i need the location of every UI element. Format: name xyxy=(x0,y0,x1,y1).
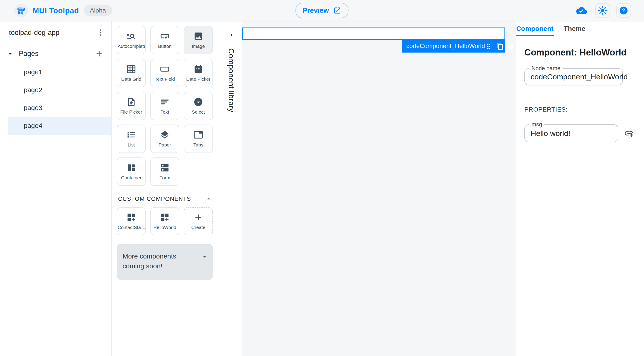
sidebar-item-page3[interactable]: page3 xyxy=(0,99,111,117)
component-library-title: Component library xyxy=(227,48,236,112)
component-card-label: Create xyxy=(191,225,205,230)
component-card-label: Paper xyxy=(158,142,171,148)
header-left: MUI Toolpad Alpha xyxy=(7,4,112,18)
component-card-text[interactable]: Text xyxy=(150,92,179,120)
coming-soon-text: More components coming soon! xyxy=(122,251,200,271)
app-menu-button[interactable] xyxy=(95,27,106,38)
pages-expander-button[interactable] xyxy=(5,49,15,58)
component-card-button[interactable]: Button xyxy=(150,26,179,54)
tab-component[interactable]: Component xyxy=(516,22,554,36)
msg-field[interactable]: msg Hello world! xyxy=(524,124,618,142)
bind-property-button[interactable] xyxy=(623,128,635,139)
component-card-data-grid[interactable]: Data Grid xyxy=(117,59,146,87)
msg-property-row: msg Hello world! xyxy=(524,124,636,142)
inspector-panel: Component Theme Component: HelloWorld No… xyxy=(516,22,644,356)
app-header: MUI Toolpad Alpha Preview xyxy=(0,0,644,22)
coming-soon-box[interactable]: More components coming soon! xyxy=(117,244,213,280)
component-card-label: File Picker xyxy=(120,109,142,115)
explorer-sidebar: toolpad-dog-app Pages page1page2page3pag… xyxy=(0,22,112,356)
help-icon xyxy=(619,6,628,15)
custom-component-grid: ContactSta…HelloWorldCreate xyxy=(117,207,213,235)
main-area: toolpad-dog-app Pages page1page2page3pag… xyxy=(0,22,644,356)
custom-component-icon xyxy=(160,212,170,222)
inspector-content: Component: HelloWorld Node name codeComp… xyxy=(516,48,644,142)
chevron-down-icon xyxy=(6,50,14,58)
selected-component-toolbar: codeComponent_HelloWorld xyxy=(402,40,505,52)
component-card-label: List xyxy=(128,142,135,148)
sidebar-item-page2[interactable]: page2 xyxy=(0,81,111,99)
component-card-label: Data Grid xyxy=(121,76,141,82)
component-grid: AutocompleteButtonImageData GridText Fie… xyxy=(117,26,213,186)
more-vert-icon xyxy=(96,28,105,37)
node-name-field[interactable]: Node name codeComponent_HelloWorld xyxy=(524,68,623,86)
collapse-up-icon[interactable] xyxy=(205,195,212,202)
custom-components-header: CUSTOM COMPONENTS xyxy=(118,195,212,202)
drag-handle[interactable] xyxy=(485,42,492,50)
component-library-rail: Component library xyxy=(220,22,242,356)
page-item-label: page1 xyxy=(24,68,42,76)
page-canvas[interactable]: codeComponent_HelloWorld xyxy=(242,22,516,356)
light-mode-icon xyxy=(598,6,607,15)
page-item-label: page4 xyxy=(24,122,42,130)
preview-button[interactable]: Preview xyxy=(296,3,348,18)
list-icon xyxy=(126,130,136,140)
drag-indicator-icon xyxy=(485,42,492,50)
delete-node-button[interactable] xyxy=(507,42,515,50)
deploy-status-button[interactable] xyxy=(574,3,589,18)
component-card-label: Date Picker xyxy=(186,76,211,82)
component-card-create[interactable]: Create xyxy=(184,207,213,235)
mui-toolpad-logo-icon[interactable] xyxy=(14,4,28,18)
smart-button-icon xyxy=(160,31,170,41)
plus-icon xyxy=(94,49,104,58)
component-card-text-field[interactable]: Text Field xyxy=(150,59,179,87)
text-field-icon xyxy=(160,64,170,74)
preview-button-label: Preview xyxy=(302,6,329,14)
add-page-button[interactable] xyxy=(94,48,105,59)
component-card-paper[interactable]: Paper xyxy=(150,124,179,153)
help-button[interactable] xyxy=(616,3,631,18)
component-card-label: Text xyxy=(160,109,169,115)
tabs-icon xyxy=(194,130,203,140)
component-heading: Component: HelloWorld xyxy=(524,48,636,58)
msg-label: msg xyxy=(529,121,544,128)
pages-header: Pages xyxy=(0,44,111,63)
component-card-list[interactable]: List xyxy=(117,124,146,153)
theme-toggle-button[interactable] xyxy=(595,3,610,18)
component-card-date-picker[interactable]: Date Picker xyxy=(184,59,213,87)
component-card-file-picker[interactable]: File Picker xyxy=(117,92,146,120)
pages-section-label: Pages xyxy=(19,50,94,58)
component-card-label: Select xyxy=(192,109,205,115)
component-card-image[interactable]: Image xyxy=(184,26,213,54)
component-card-helloworld[interactable]: HelloWorld xyxy=(150,207,179,235)
header-actions xyxy=(574,3,631,18)
copy-icon xyxy=(496,42,504,50)
component-card-autocomplete[interactable]: Autocomplete xyxy=(117,26,146,54)
component-card-contactsta[interactable]: ContactSta… xyxy=(117,207,146,235)
sidebar-item-page4[interactable]: page4 xyxy=(8,117,111,134)
properties-label: PROPERTIES: xyxy=(524,106,636,113)
tab-theme[interactable]: Theme xyxy=(554,22,595,36)
pages-list: page1page2page3page4 xyxy=(0,63,111,134)
trash-icon xyxy=(507,42,515,50)
component-card-container[interactable]: Container xyxy=(117,158,146,186)
paper-icon xyxy=(160,130,170,140)
duplicate-node-button[interactable] xyxy=(496,42,504,50)
component-card-form[interactable]: Form xyxy=(150,158,179,186)
data-grid-icon xyxy=(126,64,136,74)
node-name-label: Node name xyxy=(529,65,562,72)
component-card-label: Container xyxy=(121,175,141,180)
page-item-label: page2 xyxy=(24,86,42,94)
chevron-left-icon xyxy=(228,32,234,38)
collapse-library-button[interactable] xyxy=(227,30,236,39)
alpha-badge: Alpha xyxy=(84,5,112,16)
component-library-panel: AutocompleteButtonImageData GridText Fie… xyxy=(112,22,242,356)
component-card-label: Text Field xyxy=(155,76,175,82)
cloud-done-icon xyxy=(576,5,587,16)
custom-components-title: CUSTOM COMPONENTS xyxy=(118,196,191,202)
form-icon xyxy=(160,163,170,173)
selected-component-outline[interactable] xyxy=(242,28,505,40)
component-card-tabs[interactable]: Tabs xyxy=(184,124,213,153)
component-card-select[interactable]: Select xyxy=(184,92,213,120)
add-link-icon xyxy=(624,128,634,138)
sidebar-item-page1[interactable]: page1 xyxy=(0,63,111,81)
